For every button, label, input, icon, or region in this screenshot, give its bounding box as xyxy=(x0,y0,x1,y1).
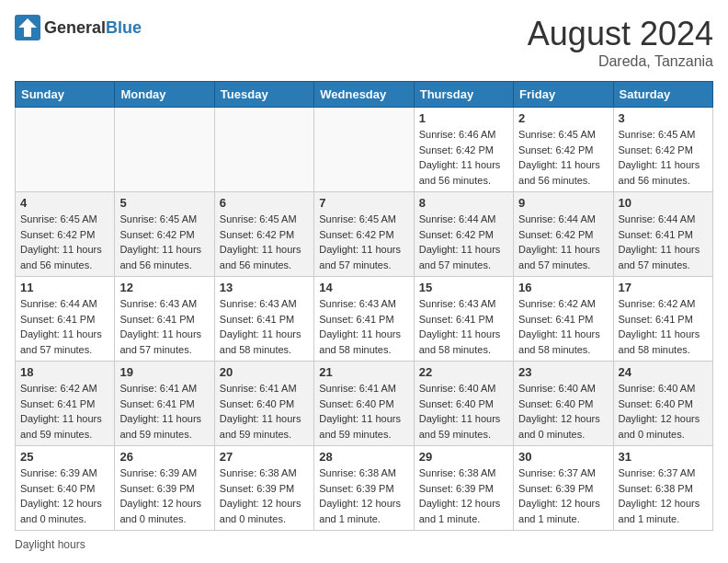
daylight-text: Daylight: 12 hours and 1 minute. xyxy=(319,498,401,524)
day-info: Sunrise: 6:40 AM Sunset: 6:40 PM Dayligh… xyxy=(518,381,608,442)
day-number: 18 xyxy=(20,365,109,379)
calendar-cell: 4 Sunrise: 6:45 AM Sunset: 6:42 PM Dayli… xyxy=(16,192,115,277)
day-number: 22 xyxy=(419,365,508,379)
daylight-text: Daylight: 11 hours and 56 minutes. xyxy=(220,244,301,270)
calendar-cell: 7 Sunrise: 6:45 AM Sunset: 6:42 PM Dayli… xyxy=(314,192,414,277)
calendar-cell: 9 Sunrise: 6:44 AM Sunset: 6:42 PM Dayli… xyxy=(514,192,613,277)
day-info: Sunrise: 6:45 AM Sunset: 6:42 PM Dayligh… xyxy=(20,212,109,272)
sunset-text: Sunset: 6:39 PM xyxy=(119,483,194,494)
sunset-text: Sunset: 6:41 PM xyxy=(20,398,95,409)
sunrise-text: Sunrise: 6:45 AM xyxy=(319,213,396,224)
day-info: Sunrise: 6:42 AM Sunset: 6:41 PM Dayligh… xyxy=(518,296,608,357)
logo-general-text: General xyxy=(44,18,106,37)
title-block: August 2024 Dareda, Tanzania xyxy=(528,15,713,70)
daylight-text: Daylight: 11 hours and 58 minutes. xyxy=(319,328,401,355)
sunset-text: Sunset: 6:39 PM xyxy=(319,483,393,494)
sunset-text: Sunset: 6:41 PM xyxy=(319,314,393,325)
daylight-text: Daylight: 11 hours and 58 minutes. xyxy=(220,328,301,355)
daylight-text: Daylight: 12 hours and 0 minutes. xyxy=(619,413,700,440)
logo: GeneralBlue xyxy=(15,15,142,40)
day-info: Sunrise: 6:41 AM Sunset: 6:40 PM Dayligh… xyxy=(220,381,309,442)
day-number: 24 xyxy=(619,365,708,379)
day-number: 9 xyxy=(518,196,608,210)
sunrise-text: Sunrise: 6:44 AM xyxy=(518,213,596,224)
day-number: 23 xyxy=(518,365,608,379)
daylight-text: Daylight: 11 hours and 56 minutes. xyxy=(619,159,700,186)
sunset-text: Sunset: 6:41 PM xyxy=(20,314,95,325)
day-of-week-header: Monday xyxy=(115,82,214,108)
day-number: 28 xyxy=(319,450,408,464)
sunrise-text: Sunrise: 6:38 AM xyxy=(419,467,496,478)
sunrise-text: Sunrise: 6:41 AM xyxy=(119,383,197,394)
calendar-cell: 17 Sunrise: 6:42 AM Sunset: 6:41 PM Dayl… xyxy=(613,277,712,362)
day-info: Sunrise: 6:44 AM Sunset: 6:41 PM Dayligh… xyxy=(20,296,109,357)
sunset-text: Sunset: 6:39 PM xyxy=(220,483,294,494)
sunset-text: Sunset: 6:42 PM xyxy=(619,144,693,155)
day-info: Sunrise: 6:38 AM Sunset: 6:39 PM Dayligh… xyxy=(319,465,408,526)
sunrise-text: Sunrise: 6:44 AM xyxy=(20,298,97,309)
sunrise-text: Sunrise: 6:37 AM xyxy=(619,467,696,478)
logo-icon xyxy=(15,15,40,40)
sunset-text: Sunset: 6:41 PM xyxy=(518,314,593,325)
day-number: 12 xyxy=(119,281,209,294)
day-info: Sunrise: 6:42 AM Sunset: 6:41 PM Dayligh… xyxy=(20,381,109,442)
sunset-text: Sunset: 6:41 PM xyxy=(220,314,294,325)
day-number: 20 xyxy=(220,365,309,379)
day-number: 30 xyxy=(518,450,608,464)
daylight-text: Daylight: 12 hours and 0 minutes. xyxy=(20,498,102,524)
calendar-cell xyxy=(314,108,414,192)
day-of-week-header: Thursday xyxy=(414,82,513,108)
day-number: 6 xyxy=(220,196,309,210)
calendar-cell: 22 Sunrise: 6:40 AM Sunset: 6:40 PM Dayl… xyxy=(414,362,513,446)
sunrise-text: Sunrise: 6:39 AM xyxy=(20,467,97,478)
sunrise-text: Sunrise: 6:46 AM xyxy=(419,129,496,140)
sunset-text: Sunset: 6:42 PM xyxy=(419,144,494,155)
day-info: Sunrise: 6:46 AM Sunset: 6:42 PM Dayligh… xyxy=(419,127,508,188)
sunset-text: Sunset: 6:42 PM xyxy=(518,144,593,155)
day-number: 31 xyxy=(619,450,708,464)
calendar-cell: 12 Sunrise: 6:43 AM Sunset: 6:41 PM Dayl… xyxy=(115,277,214,362)
calendar-cell: 16 Sunrise: 6:42 AM Sunset: 6:41 PM Dayl… xyxy=(514,277,613,362)
day-info: Sunrise: 6:40 AM Sunset: 6:40 PM Dayligh… xyxy=(419,381,508,442)
calendar-cell: 1 Sunrise: 6:46 AM Sunset: 6:42 PM Dayli… xyxy=(414,108,513,192)
month-year-title: August 2024 xyxy=(528,15,713,53)
daylight-text: Daylight: 11 hours and 59 minutes. xyxy=(220,413,301,440)
daylight-text: Daylight: 11 hours and 57 minutes. xyxy=(518,244,600,270)
sunset-text: Sunset: 6:42 PM xyxy=(119,229,194,240)
calendar-cell: 8 Sunrise: 6:44 AM Sunset: 6:42 PM Dayli… xyxy=(414,192,513,277)
day-number: 21 xyxy=(319,365,408,379)
sunset-text: Sunset: 6:41 PM xyxy=(619,314,693,325)
calendar-week-row: 4 Sunrise: 6:45 AM Sunset: 6:42 PM Dayli… xyxy=(16,192,713,277)
calendar-cell: 21 Sunrise: 6:41 AM Sunset: 6:40 PM Dayl… xyxy=(314,362,414,446)
day-info: Sunrise: 6:45 AM Sunset: 6:42 PM Dayligh… xyxy=(619,127,708,188)
sunset-text: Sunset: 6:42 PM xyxy=(419,229,494,240)
calendar-cell: 19 Sunrise: 6:41 AM Sunset: 6:41 PM Dayl… xyxy=(115,362,214,446)
daylight-text: Daylight: 11 hours and 58 minutes. xyxy=(619,328,700,355)
day-number: 14 xyxy=(319,281,408,294)
daylight-text: Daylight: 12 hours and 1 minute. xyxy=(419,498,501,524)
calendar-week-row: 1 Sunrise: 6:46 AM Sunset: 6:42 PM Dayli… xyxy=(16,108,713,192)
sunrise-text: Sunrise: 6:45 AM xyxy=(220,213,297,224)
day-number: 25 xyxy=(20,450,109,464)
day-number: 19 xyxy=(119,365,209,379)
sunrise-text: Sunrise: 6:38 AM xyxy=(319,467,396,478)
day-number: 16 xyxy=(518,281,608,294)
day-number: 15 xyxy=(419,281,508,294)
sunrise-text: Sunrise: 6:44 AM xyxy=(619,213,696,224)
day-number: 5 xyxy=(119,196,209,210)
calendar-cell: 25 Sunrise: 6:39 AM Sunset: 6:40 PM Dayl… xyxy=(16,446,115,531)
sunrise-text: Sunrise: 6:42 AM xyxy=(518,298,596,309)
daylight-text: Daylight: 11 hours and 56 minutes. xyxy=(119,244,201,270)
daylight-text: Daylight: 11 hours and 59 minutes. xyxy=(20,413,102,440)
day-info: Sunrise: 6:39 AM Sunset: 6:39 PM Dayligh… xyxy=(119,465,209,526)
daylight-text: Daylight: 11 hours and 57 minutes. xyxy=(20,328,102,355)
day-info: Sunrise: 6:38 AM Sunset: 6:39 PM Dayligh… xyxy=(419,465,508,526)
sunset-text: Sunset: 6:41 PM xyxy=(119,398,194,409)
daylight-text: Daylight: 11 hours and 57 minutes. xyxy=(119,328,201,355)
daylight-text: Daylight: 12 hours and 0 minutes. xyxy=(220,498,301,524)
calendar-cell: 18 Sunrise: 6:42 AM Sunset: 6:41 PM Dayl… xyxy=(16,362,115,446)
sunrise-text: Sunrise: 6:45 AM xyxy=(619,129,696,140)
sunrise-text: Sunrise: 6:42 AM xyxy=(20,383,97,394)
sunset-text: Sunset: 6:42 PM xyxy=(220,229,294,240)
sunset-text: Sunset: 6:39 PM xyxy=(518,483,593,494)
